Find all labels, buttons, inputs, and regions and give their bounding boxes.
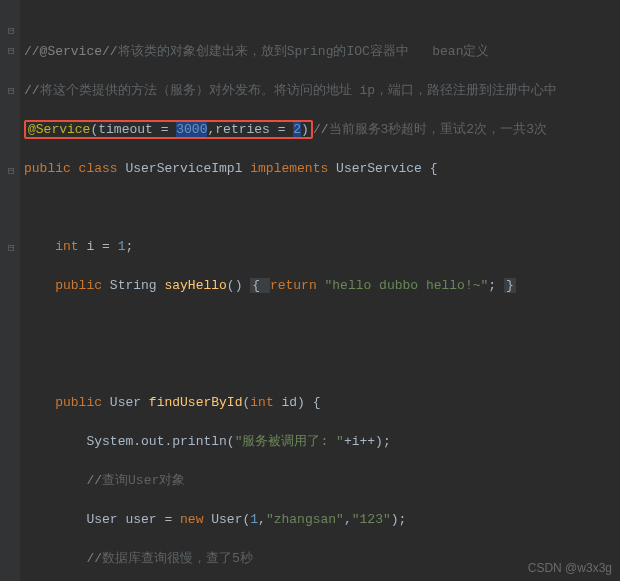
comment: //@Service//	[24, 44, 118, 59]
code-line: public String sayHello() { return "hello…	[24, 276, 620, 296]
blank-line	[24, 315, 620, 335]
comment-text: 将该类的对象创建出来，放到Spring的IOC容器中 bean定义	[118, 44, 490, 59]
highlighted-annotation: @Service(timeout = 3000,retries = 2)	[24, 120, 313, 139]
timeout-value: 3000	[176, 122, 207, 137]
comment: //	[313, 122, 329, 137]
method-name: sayHello	[164, 278, 226, 293]
collapse-brace-icon[interactable]: }	[504, 278, 516, 293]
retries-value: 2	[293, 122, 301, 137]
code-editor[interactable]: //@Service//将该类的对象创建出来，放到Spring的IOC容器中 b…	[24, 0, 620, 581]
code-line: //@Service//将该类的对象创建出来，放到Spring的IOC容器中 b…	[24, 42, 620, 62]
code-line: public User findUserById(int id) {	[24, 393, 620, 413]
comment: //	[24, 83, 40, 98]
code-line: public class UserServiceImpl implements …	[24, 159, 620, 179]
editor-gutter: ⊟ ⊟ ⊟ ⊟ ⊟	[0, 0, 20, 581]
fold-icon[interactable]: ⊟	[8, 163, 15, 180]
fold-icon[interactable]: ⊟	[8, 23, 15, 40]
collapse-brace-icon[interactable]: {	[250, 278, 270, 293]
code-line: @Service(timeout = 3000,retries = 2)//当前…	[24, 120, 620, 140]
code-line: User user = new User(1,"zhangsan","123")…	[24, 510, 620, 530]
method-name: findUserById	[149, 395, 243, 410]
code-line: //查询User对象	[24, 471, 620, 491]
fold-icon[interactable]: ⊟	[8, 240, 15, 257]
comment-text: 当前服务3秒超时，重试2次，一共3次	[329, 122, 547, 137]
blank-line	[24, 198, 620, 218]
watermark: CSDN @w3x3g	[528, 559, 612, 577]
code-line: int i = 1;	[24, 237, 620, 257]
comment-text: 将这个类提供的方法（服务）对外发布。将访问的地址 ip，端口，路径注册到注册中心…	[40, 83, 557, 98]
code-line: //将这个类提供的方法（服务）对外发布。将访问的地址 ip，端口，路径注册到注册…	[24, 81, 620, 101]
fold-icon[interactable]: ⊟	[8, 83, 15, 100]
fold-icon[interactable]: ⊟	[8, 43, 15, 60]
code-line: System.out.println("服务被调用了: "+i++);	[24, 432, 620, 452]
comment-text: 数据库查询很慢，查了5秒	[102, 551, 253, 566]
blank-line	[24, 354, 620, 374]
comment-text: 查询User对象	[102, 473, 185, 488]
